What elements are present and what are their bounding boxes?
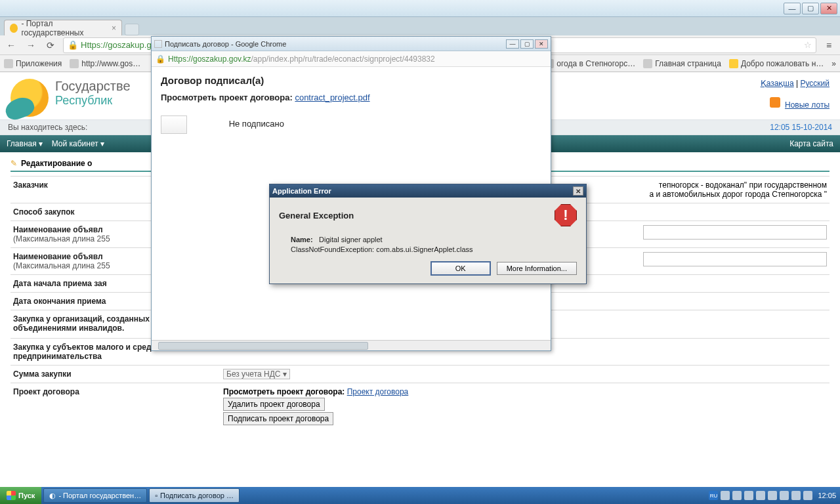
portal-logo-icon (10, 79, 49, 117)
tab-title: - Портал государственных (21, 19, 106, 37)
popup-close-button[interactable]: ✕ (535, 39, 548, 49)
error-detail: ClassNotFoundException: com.abs.ui.Signe… (291, 245, 577, 253)
url-scheme: Https (81, 40, 100, 50)
rss-icon (770, 97, 780, 108)
bookmark-item[interactable]: Главная страница (643, 59, 721, 68)
label-project: Проект договора (10, 383, 220, 430)
page-icon (154, 40, 162, 48)
taskbar: Пуск ◐- Портал государствен… ▫Подписать … (0, 487, 840, 504)
system-tray: RU 12:05 (705, 491, 840, 500)
popup-view-label: Просмотреть проект договора: (161, 93, 293, 102)
os-close-button[interactable]: ✕ (820, 3, 837, 14)
lock-icon: 🔒 (156, 54, 165, 64)
edit-icon: ✎ (10, 159, 17, 168)
menu-button[interactable]: ≡ (822, 38, 836, 52)
breadcrumb: Вы находитесь здесь: (8, 123, 87, 132)
bookmark-item[interactable]: Добро пожаловать н… (729, 59, 824, 68)
error-dialog-caption: Application Error (272, 187, 331, 195)
bookmark-item[interactable]: огода в Степногорс… (545, 59, 635, 68)
lang-ru-link[interactable]: Русский (800, 79, 830, 88)
popup-address-bar[interactable]: 🔒 Https ://goszakup.gov.kz /app/index.ph… (152, 51, 551, 67)
menu-cabinet[interactable]: Мой кабинет ▾ (52, 139, 104, 148)
sign-project-button[interactable]: Подписать проект договора (223, 412, 333, 425)
chevron-down-icon: ▾ (39, 139, 43, 148)
lock-icon: 🔒 (68, 40, 78, 50)
apps-icon (4, 59, 13, 68)
project-link[interactable]: Проект договора (347, 387, 409, 396)
lang-kk-link[interactable]: Қазақша (761, 79, 794, 88)
taskbar-item[interactable]: ◐- Портал государствен… (43, 488, 147, 503)
browser-tab[interactable]: - Портал государственных × (4, 20, 122, 35)
popup-url-path: /app/index.php/ru/trade/econact/signproj… (251, 54, 435, 64)
page-icon (643, 59, 652, 68)
portal-title-1: Государстве (55, 79, 131, 94)
server-datetime: 12:05 15-10-2014 (770, 123, 832, 132)
tray-icon[interactable] (744, 491, 753, 500)
tab-close-icon[interactable]: × (112, 24, 116, 33)
tray-icon[interactable] (756, 491, 765, 500)
page-icon: ▫ (155, 492, 158, 499)
apps-button[interactable]: Приложения (4, 59, 62, 68)
chevron-down-icon: ▾ (100, 139, 104, 148)
popup-scrollbar[interactable] (152, 340, 551, 350)
ok-button[interactable]: OK (430, 261, 491, 276)
error-dialog-titlebar[interactable]: Application Error ✕ (270, 184, 586, 198)
mail-icon (729, 59, 738, 68)
error-heading: General Exception (279, 211, 354, 220)
popup-url-scheme: Https (168, 54, 186, 64)
new-tab-button[interactable] (125, 24, 139, 35)
portal-title-2: Республик (55, 94, 131, 108)
start-button[interactable]: Пуск (0, 487, 41, 504)
bookmark-item[interactable]: http://www.gos… (70, 59, 140, 68)
tray-icon[interactable] (721, 491, 730, 500)
select-vat[interactable]: Без учета НДС ▾ (223, 369, 290, 379)
error-dialog-close-button[interactable]: ✕ (573, 186, 583, 196)
more-info-button[interactable]: More Information... (497, 262, 577, 275)
input-name-ru[interactable] (643, 225, 827, 240)
favicon-icon (10, 24, 18, 33)
reload-button[interactable]: ⟳ (43, 38, 58, 52)
menu-sitemap[interactable]: Карта сайта (789, 139, 833, 148)
os-window-titlebar: — ▢ ✕ (0, 0, 840, 17)
tray-icon[interactable] (768, 491, 777, 500)
lang-indicator[interactable]: RU (709, 491, 718, 500)
error-name-label: Name: (291, 236, 317, 243)
popup-minimize-button[interactable]: — (506, 39, 519, 49)
tray-icon[interactable] (780, 491, 789, 500)
popup-url-host: ://goszakup.gov.kz (186, 54, 251, 64)
windows-logo-icon (7, 491, 16, 500)
scrollbar-thumb[interactable] (158, 342, 368, 350)
sign-status: Не подписано (229, 119, 284, 129)
popup-title: Подписать договор - Google Chrome (165, 40, 286, 48)
os-maximize-button[interactable]: ▢ (802, 3, 819, 14)
taskbar-item[interactable]: ▫Подписать договор … (149, 488, 240, 503)
globe-icon (70, 59, 79, 68)
bookmark-star-icon[interactable]: ☆ (804, 40, 812, 50)
forward-button[interactable]: → (24, 38, 38, 52)
label-sum: Сумма закупки (10, 366, 220, 383)
back-button[interactable]: ← (4, 38, 18, 52)
os-minimize-button[interactable]: — (784, 3, 801, 14)
popup-heading: Договор подписал(а) (161, 75, 541, 86)
taskbar-clock[interactable]: 12:05 (818, 492, 836, 499)
delete-project-button[interactable]: Удалить проект договора (223, 398, 325, 411)
error-dialog: Application Error ✕ General Exception ! … (269, 184, 587, 284)
menu-home[interactable]: Главная ▾ (7, 139, 43, 148)
browser-tabbar: - Портал государственных × (0, 17, 840, 35)
chrome-icon: ◐ (49, 492, 56, 500)
tray-icon[interactable] (732, 491, 742, 500)
popup-maximize-button[interactable]: ▢ (520, 39, 534, 49)
bookmarks-overflow-icon[interactable]: » (831, 59, 836, 68)
tray-icon[interactable] (803, 491, 812, 500)
contract-pdf-link[interactable]: contract_project.pdf (295, 93, 369, 102)
input-name-kz[interactable] (643, 252, 827, 266)
project-view-label: Просмотреть проект договора: (223, 387, 345, 396)
tray-icon[interactable] (791, 491, 801, 500)
rss-link[interactable]: Новые лоты (785, 100, 830, 110)
popup-titlebar[interactable]: Подписать договор - Google Chrome — ▢ ✕ (152, 37, 551, 51)
header-right: Қазақша | Русский Новые лоты (761, 79, 830, 117)
error-name-value: Digital signer applet (319, 236, 383, 243)
page-title: Редактирование о (21, 159, 92, 168)
stop-icon: ! (555, 204, 577, 226)
document-thumb-icon[interactable] (161, 116, 187, 134)
